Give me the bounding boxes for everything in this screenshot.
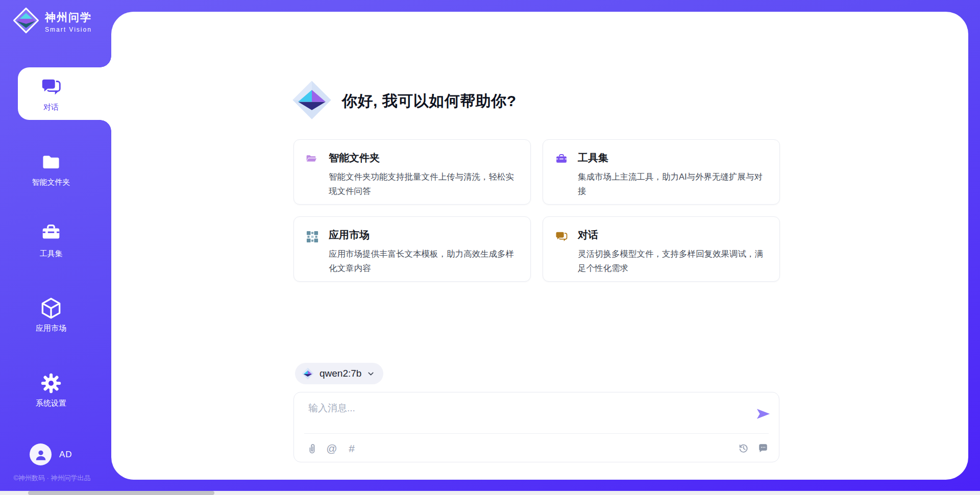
horizontal-scrollbar [0, 491, 980, 495]
folder-open-icon [305, 153, 320, 167]
card-description: 应用市场提供丰富长文本模板，助力高效生成多样化文章内容 [329, 246, 520, 275]
card-description: 集成市场上主流工具，助力AI与外界无缝扩展与对接 [578, 169, 769, 198]
brand: 神州问学 Smart Vision [12, 7, 92, 36]
model-selector[interactable]: qwen2:7b [295, 363, 383, 384]
active-tab-fillet-top [100, 56, 111, 67]
copyright: ©神州数码 · 神州问学出品 [0, 474, 104, 483]
avatar [30, 443, 52, 465]
app-subtitle: Smart Vision [45, 26, 92, 33]
sidebar-item-label: 系统设置 [0, 399, 102, 408]
brand-diamond-icon [12, 7, 40, 36]
attachment-icon[interactable] [306, 441, 317, 455]
feature-cards: 智能文件夹 智能文件夹功能支持批量文件上传与清洗，轻松实现文件问答 工具集 集成… [293, 139, 780, 282]
toolbox-icon [554, 153, 569, 167]
sidebar-item-toolset[interactable]: 工具集 [0, 221, 102, 259]
cube-icon [0, 296, 102, 320]
message-composer: @ # [293, 392, 779, 462]
card-title: 工具集 [578, 151, 769, 165]
grid-icon [305, 230, 320, 244]
gear-icon [0, 371, 102, 395]
sidebar-item-label: 工具集 [0, 249, 102, 259]
app-title: 神州问学 [45, 10, 92, 24]
history-icon[interactable] [738, 441, 749, 455]
card-app-market[interactable]: 应用市场 应用市场提供丰富长文本模板，助力高效生成多样化文章内容 [293, 216, 531, 282]
active-tab-fillet-bottom [100, 120, 111, 131]
sidebar-item-label: 应用市场 [0, 324, 102, 333]
send-icon[interactable] [754, 405, 771, 423]
card-toolset[interactable]: 工具集 集成市场上主流工具，助力AI与外界无缝扩展与对接 [543, 139, 780, 205]
comment-icon[interactable] [757, 441, 769, 455]
card-title: 智能文件夹 [329, 151, 520, 165]
folder-icon [0, 150, 102, 175]
chevron-down-icon [366, 369, 375, 378]
sidebar-item-smart-folder[interactable]: 智能文件夹 [0, 150, 102, 187]
hashtag-icon[interactable]: # [346, 441, 357, 455]
chat-icon [0, 75, 102, 100]
sidebar-item-settings[interactable]: 系统设置 [0, 371, 102, 408]
model-diamond-icon [301, 367, 314, 380]
assistant-diamond-icon [290, 78, 334, 124]
scrollbar-thumb[interactable] [28, 491, 214, 495]
user-name: AD [59, 450, 72, 460]
card-chat[interactable]: 对话 灵活切换多模型文件，支持多样回复效果调试，满足个性化需求 [543, 216, 780, 282]
chat-icon [554, 230, 569, 244]
composer-divider [304, 433, 769, 434]
card-title: 对话 [578, 228, 769, 242]
card-title: 应用市场 [329, 228, 520, 242]
mention-icon[interactable]: @ [326, 441, 337, 455]
user-profile[interactable]: AD [30, 443, 72, 465]
composer-tools-right [738, 441, 769, 455]
sidebar-item-label: 智能文件夹 [0, 178, 102, 187]
composer-tools-left: @ # [306, 441, 357, 455]
sidebar-item-app-market[interactable]: 应用市场 [0, 296, 102, 333]
card-smart-folder[interactable]: 智能文件夹 智能文件夹功能支持批量文件上传与清洗，轻松实现文件问答 [293, 139, 531, 205]
toolbox-icon [0, 221, 102, 246]
model-name: qwen2:7b [320, 368, 361, 379]
greeting: 你好, 我可以如何帮助你? [290, 78, 517, 124]
message-input[interactable] [308, 402, 745, 428]
greeting-title: 你好, 我可以如何帮助你? [342, 91, 517, 112]
main-panel: 你好, 我可以如何帮助你? 智能文件夹 智能文件夹功能支持批量文件上传与清洗，轻… [111, 12, 968, 480]
app-screen: 神州问学 Smart Vision 对话 智能文件夹 [0, 0, 980, 495]
card-description: 智能文件夹功能支持批量文件上传与清洗，轻松实现文件问答 [329, 169, 520, 198]
card-description: 灵活切换多模型文件，支持多样回复效果调试，满足个性化需求 [578, 246, 769, 275]
sidebar-item-label: 对话 [0, 103, 102, 112]
sidebar-item-chat[interactable]: 对话 [0, 75, 102, 112]
person-icon [33, 447, 48, 462]
